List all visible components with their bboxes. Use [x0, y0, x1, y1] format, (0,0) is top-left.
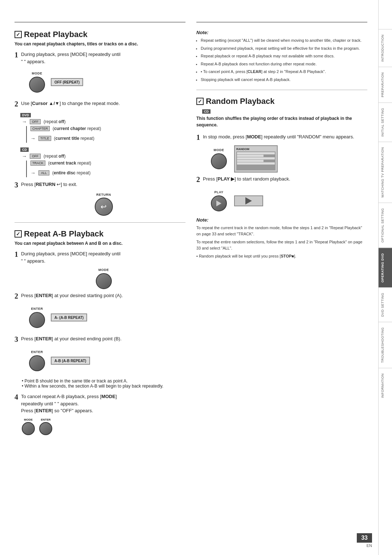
step3-number: 3: [15, 181, 18, 189]
random-screen: RANDOM: [234, 145, 278, 173]
random-step2-diagrams: PLAY: [204, 187, 367, 214]
random-mode-diagram: MODE: [211, 148, 227, 169]
random-playback-title: ✓ Random Playback: [196, 97, 367, 106]
ab-step3-num: 3: [15, 335, 18, 344]
repeat-playback-heading: Repeat Playback: [24, 30, 87, 39]
ab-mode-diagram: MODE: [22, 268, 185, 289]
repeat-playback-subtitle: You can repeat playback chapters, titles…: [15, 41, 185, 46]
cd-off-icon: OFF: [30, 154, 41, 159]
cd-track-text: (current track repeat): [48, 161, 91, 166]
random-note-2: To repeat the entire random selections, …: [196, 239, 367, 252]
step3-text: Press [RETURN ↩] to exit.: [21, 181, 185, 188]
dvd-tag: DVD: [20, 113, 31, 117]
tab-dvd-setting[interactable]: DVD SETTING: [379, 287, 392, 322]
main-content: ✓ Repeat Playback You can repeat playbac…: [0, 0, 378, 555]
repeat-playback-title: ✓ Repeat Playback: [15, 30, 185, 39]
ab-step2-num: 2: [15, 292, 18, 300]
step2-text: Use [Cursor ▲/▼] to change the repeat mo…: [21, 100, 185, 107]
cancel-row: MODE ENTER: [22, 418, 185, 435]
random-bar-2: [237, 155, 264, 157]
cd-all-icon: ALL: [38, 170, 49, 175]
dvd-title-text: (current title repeat): [54, 136, 94, 141]
random-step2-text: Press [PLAY ▶] to start random playback.: [203, 175, 367, 183]
enter-label-2: ENTER: [31, 350, 43, 354]
arrow-off: →: [22, 119, 27, 125]
random-note-3: • Random playback will be kept until you…: [196, 253, 367, 260]
play-button-diagram: PLAY: [211, 190, 227, 211]
random-cd-tag: CD: [202, 109, 211, 114]
random-bar-1: [237, 152, 275, 154]
return-label: RETURN: [96, 193, 111, 197]
cancel-enter-btn: ENTER: [39, 418, 52, 435]
step1-number: 1: [15, 51, 18, 59]
cd-off-text: (repeat off): [44, 154, 66, 159]
dvd-off-row: → OFF (repeat off): [22, 119, 185, 125]
arrow-all: →: [30, 170, 36, 176]
step1-text: During playback, press [MODE] repeatedly…: [21, 51, 185, 65]
ab-screen-a: A- (A-B REPEAT): [51, 313, 87, 321]
tab-troubleshooting[interactable]: TROUBLESHOOTING: [379, 322, 392, 368]
random-screen-inner: [236, 151, 275, 170]
ab-mode-oval: [96, 273, 112, 289]
cd-track-row: TRACK (current track repeat): [30, 161, 185, 166]
play-label: PLAY: [214, 190, 223, 194]
sidebar-tabs: INTRODUCTION PREPARATION INITIAL SETTING…: [378, 0, 392, 555]
arrow-title: →: [30, 135, 36, 141]
play-oval: [211, 195, 227, 211]
ab-screen-b: A-B (A-B REPEAT): [51, 357, 90, 365]
ab-step2: 2 Press [ENTER] at your desired starting…: [15, 292, 185, 300]
tab-optional-setting[interactable]: OPTIONAL SETTING: [379, 203, 392, 248]
repeat-ab-heading: Repeat A-B Playback: [24, 229, 103, 239]
left-column: ✓ Repeat Playback You can repeat playbac…: [15, 22, 185, 540]
note-box-title: Note:: [196, 30, 367, 35]
cd-track-icon: TRACK: [30, 161, 45, 166]
tab-introduction[interactable]: INTRODUCTION: [379, 29, 392, 67]
top-rule: [15, 22, 185, 23]
tab-initial-setting[interactable]: INITIAL SETTING: [379, 102, 392, 142]
section-divider-1: [15, 222, 185, 223]
ab-step1-num: 1: [15, 250, 18, 259]
random-step1-text: In stop mode, press [MODE] repeatedly un…: [203, 133, 367, 141]
random-mode-label: MODE: [214, 148, 224, 152]
tab-preparation[interactable]: PREPARATION: [379, 67, 392, 102]
random-note-title: Note:: [196, 217, 367, 223]
play-screen-triangle: [245, 197, 252, 204]
repeat-step3: 3 Press [RETURN ↩] to exit.: [15, 181, 185, 189]
ab-step2-text: Press [ENTER] at your desired starting p…: [21, 292, 185, 299]
random-step2-num: 2: [196, 175, 200, 184]
cancel-mode-oval: [22, 422, 35, 435]
dvd-off-text: (repeat off): [44, 119, 66, 124]
random-mode-oval: [211, 153, 227, 169]
ab-note-2: • Within a few seconds, the section A-B …: [22, 384, 185, 389]
dvd-tree: CHAPTER (current chapter repeat) → TITLE…: [26, 126, 185, 143]
tab-operating-dvd[interactable]: OPERATING DVD: [379, 248, 392, 288]
dvd-title-icon: TITLE: [38, 136, 51, 141]
note-list: Repeat setting (except "ALL") will be cl…: [196, 37, 367, 83]
ab-step4-num: 4: [15, 393, 18, 401]
checkbox-ab-icon: ✓: [15, 230, 22, 238]
note-item-4: Repeat A-B playback does not function du…: [201, 61, 367, 68]
dvd-chapter-row: CHAPTER (current chapter repeat): [30, 126, 185, 131]
repeat-ab-subtitle: You can repeat playback between A and B …: [15, 241, 185, 246]
page-container: ✓ Repeat Playback You can repeat playbac…: [0, 0, 392, 555]
checkbox-icon: ✓: [15, 31, 22, 38]
mode-button-diagram: MODE: [29, 72, 45, 93]
cancel-mode-btn: MODE: [22, 418, 35, 435]
random-note-1: To repeat the current track in the rando…: [196, 225, 367, 238]
random-playback-section: ✓ Random Playback CD This function shuff…: [196, 97, 367, 260]
tab-watching-tv[interactable]: WATCHING TV PREPARATION: [379, 142, 392, 203]
enter-button-2: ENTER: [29, 350, 45, 371]
top-rule-right: [196, 22, 367, 23]
cd-off-row: → OFF (repeat off): [22, 153, 185, 159]
page-number: 33: [357, 533, 372, 543]
random-bar-5: [237, 162, 275, 165]
repeat-screen: OFF (REPEAT): [51, 78, 83, 86]
dvd-chapter-text: (current chapter repeat): [53, 126, 101, 131]
cd-tree: TRACK (current track repeat) → ALL (enti…: [26, 161, 185, 177]
ab-inline-notes: • Point B should be in the same title or…: [22, 378, 185, 389]
return-button-diagram: RETURN ↩: [22, 193, 185, 216]
enter-button-1: ENTER: [29, 307, 45, 328]
tab-information[interactable]: INFORMATION: [379, 368, 392, 403]
random-desc: This function shuffles the playing order…: [196, 115, 367, 128]
ab-step3-text: Press [ENTER] at your desired ending poi…: [21, 335, 185, 343]
